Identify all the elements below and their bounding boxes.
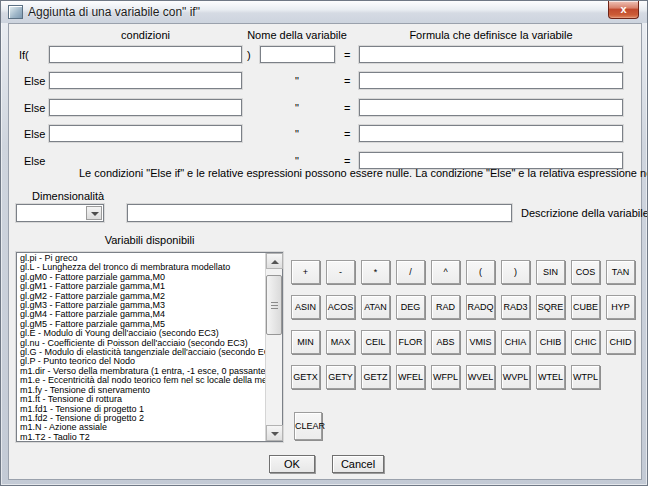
header-conditions: condizioni (49, 29, 242, 41)
keypad-button-cube[interactable]: CUBE (571, 295, 600, 319)
keypad-button-tan[interactable]: TAN (606, 260, 635, 284)
equals-sign: = (344, 49, 350, 61)
if-row-label: If( (19, 49, 29, 61)
elseif2-condition-input[interactable] (49, 99, 242, 116)
keypad-button-getz[interactable]: GETZ (361, 365, 390, 389)
elseif3-condition-input[interactable] (49, 125, 242, 142)
list-item[interactable]: m1.T2 - Taglio T2 (20, 433, 265, 440)
dimensionality-selected-value (17, 209, 20, 221)
keypad-button-[interactable]: ^ (431, 260, 460, 284)
ditto-mark: " (292, 102, 302, 114)
keypad-button-rad[interactable]: RAD (431, 295, 460, 319)
description-label: Descrizione della variabile (521, 207, 648, 219)
close-paren: ) (247, 49, 251, 61)
dialog-client-area: condizioni Nome della variabile Formula … (8, 23, 642, 480)
keypad-button-chic[interactable]: CHIC (571, 330, 600, 354)
elseif2-formula-input[interactable] (359, 99, 623, 116)
equals-sign: = (344, 75, 350, 87)
thumb-grip-icon (271, 302, 278, 309)
keypad-button-hyp[interactable]: HYP (606, 295, 635, 319)
keypad-button-rad3[interactable]: RAD3 (501, 295, 530, 319)
elseif1-condition-input[interactable] (49, 72, 242, 89)
ditto-mark: " (292, 128, 302, 140)
scroll-thumb[interactable] (266, 275, 282, 335)
ditto-mark: " (292, 155, 302, 167)
header-variable-name: Nome della variabile (247, 29, 347, 41)
keypad-button-cos[interactable]: COS (571, 260, 600, 284)
else-row-label: Else (24, 155, 45, 167)
ok-button[interactable]: OK (269, 455, 315, 473)
variables-label: Variabili disponibili (16, 234, 283, 246)
variables-list: gl.pi - Pi grecogl.L - Lunghezza del tro… (18, 254, 265, 440)
keypad-button-[interactable]: / (396, 260, 425, 284)
keypad-button-ceil[interactable]: CEIL (361, 330, 390, 354)
equals-sign: = (344, 128, 350, 140)
arrow-down-icon (271, 432, 279, 436)
variables-listbox[interactable]: gl.pi - Pi grecogl.L - Lunghezza del tro… (16, 252, 283, 442)
variable-name-input[interactable] (260, 46, 335, 63)
window-title: Aggiunta di una variabile con" if" (28, 5, 200, 19)
keypad-button-deg[interactable]: DEG (396, 295, 425, 319)
keypad-button-wfel[interactable]: WFEL (396, 365, 425, 389)
close-button[interactable]: x (608, 1, 639, 19)
elseif1-formula-input[interactable] (359, 72, 623, 89)
keypad-button-wvel[interactable]: WVEL (466, 365, 495, 389)
equals-sign: = (344, 155, 350, 167)
keypad-button-wvpl[interactable]: WVPL (501, 365, 530, 389)
keypad-button-atan[interactable]: ATAN (361, 295, 390, 319)
keypad: +-*/^()SINCOSTANASINACOSATANDEGRADRADQRA… (291, 260, 641, 400)
elseif3-formula-input[interactable] (359, 125, 623, 142)
keypad-button-wtel[interactable]: WTEL (536, 365, 565, 389)
keypad-button-acos[interactable]: ACOS (326, 295, 355, 319)
keypad-button-[interactable]: - (326, 260, 355, 284)
keypad-button-flor[interactable]: FLOR (396, 330, 425, 354)
keypad-button-chid[interactable]: CHID (606, 330, 635, 354)
clear-button[interactable]: CLEAR (294, 412, 322, 440)
ditto-mark: " (292, 75, 302, 87)
note-text: Le condizioni "Else if" e le relative es… (79, 167, 639, 179)
keypad-button-sqre[interactable]: SQRE (536, 295, 565, 319)
keypad-button-[interactable]: * (361, 260, 390, 284)
keypad-button-asin[interactable]: ASIN (291, 295, 320, 319)
keypad-button-wfpl[interactable]: WFPL (431, 365, 460, 389)
close-icon: x (620, 3, 626, 15)
keypad-button-gety[interactable]: GETY (326, 365, 355, 389)
cancel-button[interactable]: Cancel (332, 455, 384, 473)
app-icon (8, 5, 23, 19)
keypad-button-chib[interactable]: CHIB (536, 330, 565, 354)
keypad-button-sin[interactable]: SIN (536, 260, 565, 284)
keypad-button-min[interactable]: MIN (291, 330, 320, 354)
if-condition-input[interactable] (49, 46, 242, 63)
dialog-window: Aggiunta di una variabile con" if" x con… (0, 0, 648, 486)
keypad-button-max[interactable]: MAX (326, 330, 355, 354)
header-formula: Formula che definisce la variabile (359, 29, 623, 41)
keypad-button-abs[interactable]: ABS (431, 330, 460, 354)
keypad-button-getx[interactable]: GETX (291, 365, 320, 389)
keypad-button-[interactable]: ( (466, 260, 495, 284)
keypad-button-chia[interactable]: CHIA (501, 330, 530, 354)
keypad-button-wtpl[interactable]: WTPL (571, 365, 600, 389)
scroll-up-button[interactable] (266, 253, 283, 269)
scroll-down-button[interactable] (266, 425, 283, 441)
keypad-button-[interactable]: + (291, 260, 320, 284)
equals-sign: = (344, 102, 350, 114)
keypad-button-[interactable]: ) (501, 260, 530, 284)
description-input[interactable] (127, 204, 512, 222)
arrow-up-icon (271, 260, 279, 264)
title-bar[interactable]: Aggiunta di una variabile con" if" x (1, 1, 647, 23)
chevron-down-icon (91, 212, 99, 216)
scrollbar[interactable] (265, 253, 282, 441)
if-formula-input[interactable] (359, 46, 623, 63)
keypad-button-vmis[interactable]: VMIS (466, 330, 495, 354)
dropdown-button[interactable] (86, 206, 102, 220)
dimensionality-select[interactable] (16, 204, 104, 222)
dimensionality-label: Dimensionalità (32, 190, 104, 202)
keypad-button-radq[interactable]: RADQ (466, 295, 495, 319)
